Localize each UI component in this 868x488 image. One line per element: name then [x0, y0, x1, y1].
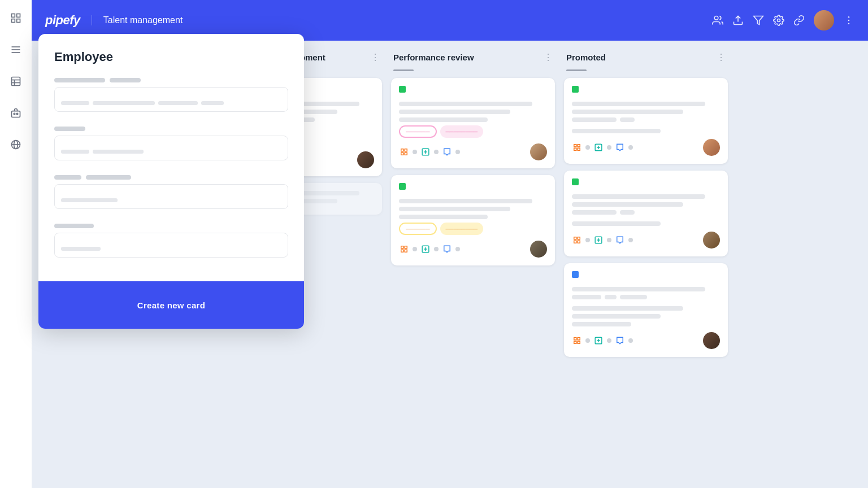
field-label-row-3 — [54, 175, 288, 180]
user-avatar[interactable] — [814, 10, 834, 30]
svg-point-20 — [778, 19, 780, 22]
card-icon-blue — [442, 244, 452, 254]
badge-yellow-fill: ──────── — [440, 223, 484, 235]
filter-icon[interactable] — [753, 15, 764, 26]
modal-body: Employee — [38, 34, 304, 281]
field-label-6 — [54, 224, 94, 228]
modal-title: Employee — [54, 50, 288, 64]
badge-yellow-outline: ────── — [399, 223, 437, 235]
column-menu-performance[interactable]: ⋮ — [544, 52, 553, 63]
svg-rect-54 — [574, 338, 576, 340]
card-icon-blue — [442, 147, 452, 157]
create-card-modal: Employee — [38, 34, 304, 329]
svg-rect-46 — [574, 148, 576, 150]
svg-point-12 — [14, 113, 15, 115]
svg-rect-36 — [401, 152, 403, 155]
dot — [585, 338, 590, 343]
svg-rect-0 — [12, 14, 15, 18]
column-menu-training[interactable]: ⋮ — [371, 52, 380, 63]
people-icon[interactable] — [712, 15, 723, 26]
dot — [455, 150, 460, 154]
link-icon[interactable] — [793, 15, 805, 26]
svg-rect-47 — [578, 148, 580, 150]
svg-point-17 — [714, 16, 718, 20]
card-performance-1[interactable]: ────── ──────── — [391, 78, 555, 168]
card-avatar-4 — [703, 139, 720, 156]
settings-icon[interactable] — [773, 15, 784, 26]
svg-rect-50 — [578, 237, 580, 239]
export-icon[interactable] — [732, 15, 744, 26]
card-performance-2[interactable]: ────── ──────── — [391, 175, 555, 265]
globe-icon[interactable] — [7, 136, 25, 154]
create-new-card-button[interactable]: Create new card — [54, 293, 288, 317]
svg-rect-37 — [405, 152, 407, 155]
field-label-row-4 — [54, 224, 288, 228]
svg-rect-34 — [401, 149, 403, 151]
avatar-image — [814, 10, 834, 30]
field-input-3[interactable] — [54, 184, 288, 209]
card-icon-blue — [615, 336, 625, 346]
column-menu-promoted[interactable]: ⋮ — [717, 52, 726, 63]
svg-rect-51 — [574, 241, 576, 243]
svg-rect-35 — [405, 149, 407, 151]
field-label-3 — [54, 127, 85, 131]
column-promoted: Promoted ⋮ — [564, 52, 728, 357]
field-label-4 — [54, 175, 81, 180]
card-icon-teal — [593, 235, 604, 245]
card-promoted-2[interactable] — [564, 171, 728, 256]
dot — [585, 145, 590, 150]
svg-rect-11 — [12, 111, 20, 117]
sidebar — [0, 0, 32, 488]
card-icons — [399, 147, 460, 157]
field-group-1 — [54, 78, 288, 115]
svg-point-22 — [848, 20, 850, 21]
field-input-4[interactable] — [54, 233, 288, 258]
column-title-promoted: Promoted — [566, 53, 712, 62]
card-icon-orange — [572, 235, 582, 245]
badge-pink-fill: ──────── — [440, 125, 484, 138]
card-icons — [572, 142, 633, 152]
list-icon[interactable] — [7, 41, 25, 59]
svg-marker-19 — [754, 16, 763, 25]
dot — [434, 247, 439, 251]
card-avatar-7 — [703, 332, 720, 349]
svg-rect-42 — [405, 250, 407, 252]
header-actions — [712, 10, 854, 30]
bot-icon[interactable] — [7, 104, 25, 122]
logo: pipefy — [45, 13, 80, 28]
field-label-1 — [54, 78, 105, 82]
field-label-row-2 — [54, 127, 288, 131]
card-icon-orange — [399, 147, 409, 157]
column-header-promoted: Promoted ⋮ — [564, 52, 728, 63]
card-icons — [572, 336, 633, 346]
field-label-row-1 — [54, 78, 288, 82]
grid-icon[interactable] — [7, 9, 25, 27]
dot — [628, 145, 633, 150]
card-promoted-1[interactable] — [564, 78, 728, 164]
dot — [607, 338, 611, 343]
svg-rect-57 — [578, 341, 580, 343]
card-icon-orange — [572, 336, 582, 346]
table-icon[interactable] — [7, 72, 25, 90]
card-avatar-5 — [530, 241, 547, 258]
field-input-2[interactable] — [54, 136, 288, 160]
dot — [607, 238, 611, 242]
column-header-performance: Performance review ⋮ — [391, 52, 555, 63]
main-area: pipefy Talent management — [32, 0, 868, 488]
field-input-1[interactable] — [54, 87, 288, 112]
modal-footer: Create new card — [38, 281, 304, 329]
more-options-icon[interactable] — [843, 15, 854, 26]
page-title: Talent management — [92, 15, 183, 25]
dot — [628, 338, 633, 343]
field-group-2 — [54, 127, 288, 164]
column-title-performance: Performance review — [393, 53, 539, 62]
card-avatar-6 — [703, 232, 720, 249]
card-icon-teal — [420, 244, 431, 254]
dot — [628, 238, 633, 242]
card-promoted-3[interactable] — [564, 263, 728, 357]
svg-rect-39 — [401, 246, 403, 249]
svg-rect-2 — [12, 19, 15, 23]
svg-rect-44 — [574, 145, 576, 147]
logo-text: pipefy — [45, 13, 80, 28]
card-icon-blue — [615, 142, 625, 152]
